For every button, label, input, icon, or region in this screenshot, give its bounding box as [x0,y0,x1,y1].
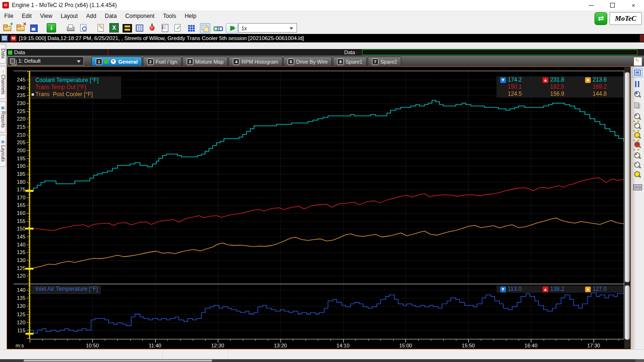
tab-spare1[interactable]: 6Spare1 [333,57,366,66]
save-icon[interactable] [29,23,39,33]
link-zoom-icon[interactable] [213,23,223,33]
close-button[interactable]: × [623,0,644,10]
sidebar-tab-layouts[interactable]: ▣Layouts [0,135,6,167]
coolant-mean-value: 213.6 [593,76,607,83]
sidebar-tab-data[interactable]: Data [0,44,6,64]
tab-drive-by-wire[interactable]: 5Drive By Wire [283,57,332,66]
menu-tools[interactable]: Tools [159,11,181,21]
zoom-in-vertical-icon[interactable]: + [632,151,643,161]
table-icon[interactable] [135,23,144,33]
zoom-out-time-icon[interactable]: − [632,122,643,131]
clock-icon [110,58,116,65]
minimize-button[interactable] [580,0,602,10]
tab-mixture-map[interactable]: 3Mixture Map [182,57,228,66]
zoom-box-icon[interactable] [632,140,643,150]
layers-icon [10,58,15,64]
window-title: Engine 1 - MoTeC i2 Pro (x64) (1.1.4.454… [12,2,117,8]
data-header: Data Data [7,49,644,56]
open-remove-icon[interactable]: × [16,23,25,33]
print-preview-icon[interactable] [79,23,88,33]
menu-add[interactable]: Add [82,11,100,21]
data-status-square [8,50,12,55]
legend-trans-out[interactable]: Trans Temp Out [°F] [35,84,118,91]
sync-icon[interactable]: ⇄ [594,12,607,25]
air-mean-value: 127.0 [593,286,607,293]
pause-icon[interactable] [632,80,643,89]
edit-details-icon[interactable] [96,23,106,33]
wave-icon: ~ [0,70,6,73]
title-bar: i2 Engine 1 - MoTeC i2 Pro (x64) (1.1.4.… [0,0,644,10]
restore-button[interactable] [602,0,623,10]
mean-value-icon: ◆ [585,287,591,292]
report-grid-icon: ▦ [1,106,5,110]
legend-trans-post[interactable]: Trans Post Cooler [°F] [35,91,118,98]
legend-coolant[interactable]: Coolant Temperature [°F] [35,77,118,84]
pan-icon[interactable] [632,100,643,110]
display-mode-icon[interactable] [632,68,643,77]
max-value-icon: ▲ [543,77,548,83]
horizontal-scrollbar[interactable] [0,359,644,362]
menu-layout[interactable]: Layout [57,11,82,21]
video-icon[interactable] [123,24,132,33]
menu-component[interactable]: Component [121,11,159,21]
export-excel-icon[interactable]: X [109,23,119,33]
copy-windows-icon[interactable] [200,23,210,33]
sidebar-tab-channels[interactable]: ~Channels [0,66,6,99]
zoom-out-vertical-icon[interactable]: − [632,161,643,170]
cursor-value-icon: ▼ [500,287,506,292]
scroll-corner [636,359,644,362]
tab-spare2[interactable]: 7Spare2 [368,57,401,66]
horizontal-scroll-thumb[interactable] [24,360,212,362]
alarms-icon[interactable] [148,23,157,33]
menu-view[interactable]: View [36,11,57,21]
speed-select[interactable]: 1x [238,23,297,33]
time-distance-chart[interactable] [7,67,625,349]
menu-help[interactable]: Help [181,11,201,21]
air-max-value: 138.2 [550,286,564,293]
coolant-cursor-value: 174.2 [508,76,522,83]
data-bar-scroll[interactable] [640,34,644,42]
right-toolbar: + − + − [631,66,644,349]
edit-worksheet-icon[interactable] [634,57,642,66]
zoom-full-time-icon[interactable] [632,131,643,140]
main-chart-values: ▼174.2 ▲231.8 ◆213.6 150.1 182.5 169.2 1… [496,76,624,98]
tab-rpm-histogram[interactable]: 4RPM Histogram [229,57,282,66]
cursor-value-icon: ▼ [500,77,506,83]
menu-file[interactable]: File [0,11,17,21]
data-range-box[interactable] [362,49,637,55]
main-chart-legend: Coolant Temperature [°F] Trans Temp Out … [31,76,121,99]
tab-general[interactable]: 1 General [91,57,142,66]
measure-icon[interactable] [632,182,643,191]
data-file-bar: M [19:15.000] Data,12:18:27 PM, 6/25/202… [0,34,644,42]
data-header-right-label: Data [344,49,355,56]
data-list-icon[interactable] [1,35,8,41]
trans-post-max-value: 156.9 [550,90,564,98]
play-icon[interactable]: ▶ [228,23,238,33]
import-log-icon[interactable]: ↓ [47,23,56,33]
sidebar-tab-reports[interactable]: ▦Reports [0,101,6,132]
components-icon[interactable] [187,23,196,33]
properties-icon[interactable] [160,23,170,33]
menu-edit[interactable]: Edit [17,11,36,21]
trans-post-mean-value: 144.8 [593,90,607,98]
brand-area: ⇄ MoTeC [594,12,642,25]
main-chart-scroll-thumb[interactable] [625,72,630,282]
air-chart-values: ▼113.0 ▲138.2 ◆127.0 [496,286,624,293]
zoom-full-vertical-icon[interactable] [632,170,643,180]
verify-icon[interactable] [173,23,182,33]
tab-fuel-ign[interactable]: 2Fuel / Ign [143,57,182,66]
zoom-in-time-icon[interactable]: + [632,112,643,122]
menu-data[interactable]: Data [100,11,121,21]
motec-logo: MoTeC [610,12,642,25]
menu-bar: File Edit View Layout Add Data Component… [0,10,644,22]
trans-out-cursor-value: 150.1 [508,83,522,90]
air-chart-scroll-thumb[interactable] [625,285,630,340]
print-icon[interactable] [66,23,75,33]
max-value-icon: ▲ [543,287,548,292]
chart-panel: Coolant Temperature [°F] Trans Temp Out … [7,66,631,349]
layout-select[interactable]: 1: Default [8,57,84,66]
open-add-icon[interactable]: + [3,23,12,33]
chart-vertical-scrollbar[interactable] [624,67,630,348]
legend-inlet-air[interactable]: Inlet Air Temperature [°F] [35,286,98,293]
zoom-cursor-icon[interactable] [632,90,643,99]
